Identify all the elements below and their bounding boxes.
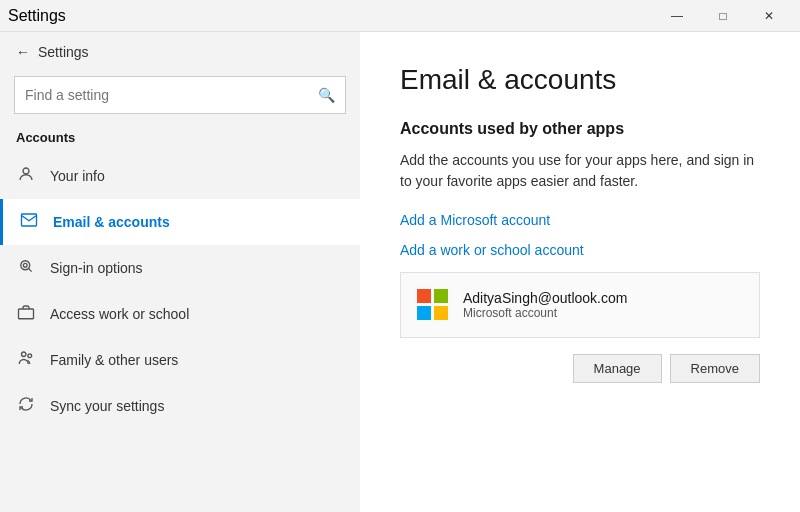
family-icon (16, 349, 36, 371)
section-heading: Accounts used by other apps (400, 120, 760, 138)
svg-point-6 (28, 354, 32, 358)
account-card-buttons: Manage Remove (400, 354, 760, 383)
account-type: Microsoft account (463, 306, 743, 320)
sidebar-item-work-school[interactable]: Access work or school (0, 291, 360, 337)
title-bar: Settings — □ ✕ (0, 0, 800, 32)
main-layout: ← Settings 🔍 Accounts Your info Email & … (0, 32, 800, 512)
account-email: AdityaSingh@outlook.com (463, 290, 743, 306)
sidebar-item-label-your-info: Your info (50, 168, 105, 184)
back-button[interactable]: ← Settings (0, 32, 360, 72)
search-input[interactable] (25, 87, 318, 103)
ms-logo-yellow (434, 306, 448, 320)
sync-icon (16, 395, 36, 417)
sidebar-item-label-sync: Sync your settings (50, 398, 164, 414)
title-bar-left: Settings (8, 7, 66, 25)
microsoft-logo (417, 289, 449, 321)
sidebar: ← Settings 🔍 Accounts Your info Email & … (0, 32, 360, 512)
sidebar-item-label-family: Family & other users (50, 352, 178, 368)
minimize-button[interactable]: — (654, 0, 700, 32)
add-work-account-button[interactable]: Add a work or school account (400, 242, 584, 258)
close-button[interactable]: ✕ (746, 0, 792, 32)
sidebar-item-your-info[interactable]: Your info (0, 153, 360, 199)
svg-rect-4 (19, 309, 34, 319)
maximize-button[interactable]: □ (700, 0, 746, 32)
section-label: Accounts (0, 126, 360, 153)
manage-button[interactable]: Manage (573, 354, 662, 383)
title-bar-controls: — □ ✕ (654, 0, 792, 32)
back-arrow-icon: ← (16, 44, 30, 60)
account-card: AdityaSingh@outlook.com Microsoft accoun… (400, 272, 760, 338)
signin-icon (16, 257, 36, 279)
ms-logo-blue (417, 306, 431, 320)
ms-logo-red (417, 289, 431, 303)
sidebar-item-sync[interactable]: Sync your settings (0, 383, 360, 429)
sidebar-item-label-email: Email & accounts (53, 214, 170, 230)
sidebar-item-signin[interactable]: Sign-in options (0, 245, 360, 291)
page-title: Email & accounts (400, 64, 760, 96)
svg-point-0 (23, 168, 29, 174)
search-icon: 🔍 (318, 87, 335, 103)
sidebar-item-label-work: Access work or school (50, 306, 189, 322)
sidebar-item-email-accounts[interactable]: Email & accounts (0, 199, 360, 245)
svg-point-5 (22, 352, 27, 357)
sidebar-app-title: Settings (38, 44, 89, 60)
content-area: Email & accounts Accounts used by other … (360, 32, 800, 512)
ms-logo-green (434, 289, 448, 303)
remove-button[interactable]: Remove (670, 354, 760, 383)
briefcase-icon (16, 303, 36, 325)
add-microsoft-account-button[interactable]: Add a Microsoft account (400, 212, 550, 228)
svg-point-2 (21, 261, 30, 270)
sidebar-item-label-signin: Sign-in options (50, 260, 143, 276)
search-box[interactable]: 🔍 (14, 76, 346, 114)
account-info: AdityaSingh@outlook.com Microsoft accoun… (463, 290, 743, 320)
title-bar-title: Settings (8, 7, 66, 25)
user-icon (16, 165, 36, 187)
sidebar-item-family[interactable]: Family & other users (0, 337, 360, 383)
section-description: Add the accounts you use for your apps h… (400, 150, 760, 192)
email-icon (19, 211, 39, 233)
svg-point-3 (23, 263, 27, 267)
